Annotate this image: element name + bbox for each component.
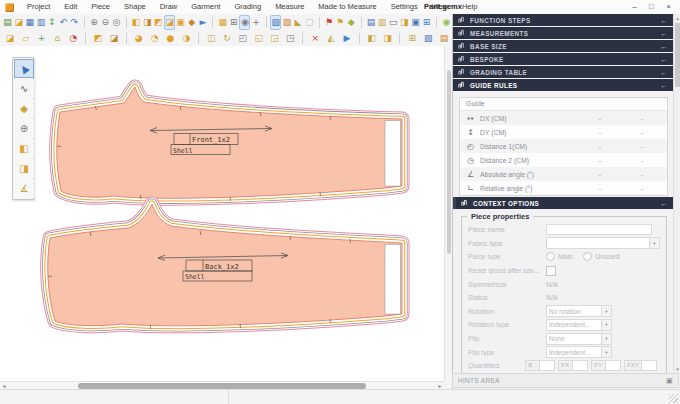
plot-grid-icon[interactable]: ⊞: [421, 15, 432, 30]
zoom-out-icon[interactable]: ⊖: [100, 15, 111, 30]
select-tool-icon[interactable]: ▲: [14, 59, 34, 78]
fold-piece-icon[interactable]: ◩: [90, 31, 106, 46]
seam-tool-icon-1[interactable]: ◕: [131, 31, 147, 46]
pieces-tool-icon[interactable]: ◨: [14, 159, 34, 178]
menu-edit[interactable]: Edit: [57, 0, 84, 14]
piece-type-radio-main[interactable]: [546, 252, 555, 261]
piece-tool-icon-5[interactable]: ▣: [175, 15, 186, 30]
flip-type-select[interactable]: Independent... ▾: [546, 346, 612, 358]
collapse-arrow-icon[interactable]: ←: [661, 30, 668, 37]
piece-tool-icon-4[interactable]: ◪: [164, 15, 175, 30]
pattern-piece-front[interactable]: Front_1x2 Shell: [57, 87, 402, 201]
section-grading-table[interactable]: GRADING TABLE ←: [453, 66, 673, 78]
flag-red-icon[interactable]: ⚑: [323, 15, 334, 30]
vertical-scroll-thumb[interactable]: [447, 70, 451, 254]
collapse-arrow-icon[interactable]: ←: [661, 56, 668, 63]
play-tool-icon[interactable]: ▶: [339, 31, 355, 46]
print-layout-icon[interactable]: ▣: [410, 15, 421, 30]
window-resize-grip[interactable]: [669, 394, 678, 403]
fabric-tool-icon-2[interactable]: ◨: [380, 31, 396, 46]
new-document-icon[interactable]: ▤: [2, 15, 13, 30]
panel-scroll-thumb[interactable]: [675, 23, 680, 87]
menu-piece[interactable]: Piece: [84, 0, 117, 14]
export-icon[interactable]: ↕: [47, 15, 58, 30]
mirror-tool-icon[interactable]: ◫: [203, 31, 219, 46]
save-icon[interactable]: ▦: [24, 15, 35, 30]
menu-measure[interactable]: Measure: [268, 0, 311, 14]
guide-row-dx[interactable]: ↔ DX (CM) - -: [460, 111, 667, 125]
maximize-button[interactable]: □: [643, 0, 660, 14]
print-marker-icon[interactable]: ◨: [399, 15, 410, 30]
measure-tool-icon[interactable]: +: [250, 15, 261, 30]
grid-view-icon[interactable]: ⊞: [404, 31, 420, 46]
pen-tool-icon[interactable]: ◣: [293, 15, 304, 30]
pin-tool-icon[interactable]: ◉: [239, 15, 250, 30]
corner-tool-icon-3[interactable]: ◲: [267, 31, 283, 46]
print-add-icon[interactable]: ▥: [377, 15, 388, 30]
add-piece-icon[interactable]: +: [34, 31, 50, 46]
piece-tool-icon-2[interactable]: ◨: [142, 15, 153, 30]
printer-icon[interactable]: ▭: [388, 15, 399, 30]
piece-tool-icon-6[interactable]: ◆: [186, 15, 197, 30]
status-ok-icon[interactable]: ◉: [441, 15, 452, 30]
seam-tool-icon-3[interactable]: ●: [163, 31, 179, 46]
collapse-arrow-icon[interactable]: ←: [661, 43, 668, 50]
piece-name-input[interactable]: [546, 224, 652, 235]
section-context-options[interactable]: CONTEXT OPTIONS ←: [453, 197, 673, 209]
export-piece-icon[interactable]: ▤: [436, 31, 452, 46]
pattern-canvas[interactable]: Front_1x2 Shell: [0, 46, 444, 381]
reset-ghost-checkbox[interactable]: [546, 266, 556, 276]
piece-tool-icon-3[interactable]: ◩: [153, 15, 164, 30]
redo-icon[interactable]: ↷: [69, 15, 80, 30]
hints-window-icon[interactable]: ▣: [666, 377, 673, 385]
rotation-type-select[interactable]: Independent... ▾: [546, 319, 612, 331]
measure-angle-tool-icon[interactable]: ∡: [14, 179, 34, 198]
zoom-fit-icon[interactable]: ◎: [111, 15, 122, 30]
gallery-tool-icon[interactable]: ▧: [281, 15, 292, 30]
section-base-size[interactable]: BASE SIZE ←: [453, 40, 673, 52]
image-view-icon[interactable]: ▨: [420, 31, 436, 46]
table-tool-icon[interactable]: ▦: [217, 15, 228, 30]
zoom-in-icon[interactable]: ⊕: [89, 15, 100, 30]
corner-tool-icon-4[interactable]: ◳: [282, 31, 298, 46]
curve-tool-icon[interactable]: ∿: [14, 79, 34, 98]
seam-tool-icon-4[interactable]: ◑: [178, 31, 194, 46]
section-measurements[interactable]: MEASUREMENTS ←: [453, 27, 673, 39]
panel-scroll-down-arrow[interactable]: ▾: [674, 365, 680, 373]
seam-tool-icon-2[interactable]: ◔: [147, 31, 163, 46]
menu-made-to-measure[interactable]: Made to Measure: [311, 0, 383, 14]
menu-shape[interactable]: Shape: [117, 0, 153, 14]
swatch-icon[interactable]: ◆: [346, 15, 357, 30]
open-piece-icon[interactable]: ◪: [2, 31, 18, 46]
collapse-arrow-icon[interactable]: ←: [661, 69, 668, 76]
fabric-type-select[interactable]: ▾: [546, 237, 660, 249]
collapse-arrow-icon[interactable]: ←: [661, 82, 668, 89]
menu-grading[interactable]: Grading: [227, 0, 268, 14]
quantity-fxy-input[interactable]: [641, 360, 657, 371]
guide-row-dy[interactable]: ↕ DY (CM) - -: [460, 125, 667, 139]
section-guide-rules[interactable]: GUIDE RULES ←: [453, 79, 673, 91]
guide-row-distance-1[interactable]: ◴ Distance 1(CM) - -: [460, 139, 667, 153]
flip-select[interactable]: None ▾: [546, 333, 612, 345]
notch-tool-icon[interactable]: ◭: [323, 31, 339, 46]
rotate-tool-icon[interactable]: ↻: [219, 31, 235, 46]
menu-settings[interactable]: Settings: [384, 0, 425, 14]
fabric-tool-icon-1[interactable]: ◧: [364, 31, 380, 46]
unfold-piece-icon[interactable]: ◪: [106, 31, 122, 46]
image-tool-icon[interactable]: ▨: [270, 15, 281, 30]
blank-tool-icon[interactable]: ▢: [304, 15, 315, 30]
grid-tool-icon[interactable]: ⊞: [228, 15, 239, 30]
quantity-b-input[interactable]: [539, 360, 555, 371]
guide-row-absolute-angle[interactable]: ∠ Absolute angle (°) - -: [460, 167, 667, 181]
pie-chart-icon[interactable]: ◔: [65, 31, 81, 46]
close-button[interactable]: ×: [660, 0, 677, 14]
piece-type-radio-unused[interactable]: [583, 252, 592, 261]
quantity-fx-input[interactable]: [572, 360, 588, 371]
collapse-arrow-icon[interactable]: ←: [661, 200, 668, 207]
home-icon[interactable]: ⌂: [50, 31, 66, 46]
zoom-tool-icon[interactable]: ⊕: [14, 119, 34, 138]
guide-row-relative-angle[interactable]: ∟ Relative angle (°) - -: [460, 181, 667, 195]
guide-row-distance-2[interactable]: ◷ Distance 2 (CM) - -: [460, 153, 667, 167]
menu-draw[interactable]: Draw: [153, 0, 185, 14]
panel-scroll-up-arrow[interactable]: ▴: [674, 14, 680, 22]
